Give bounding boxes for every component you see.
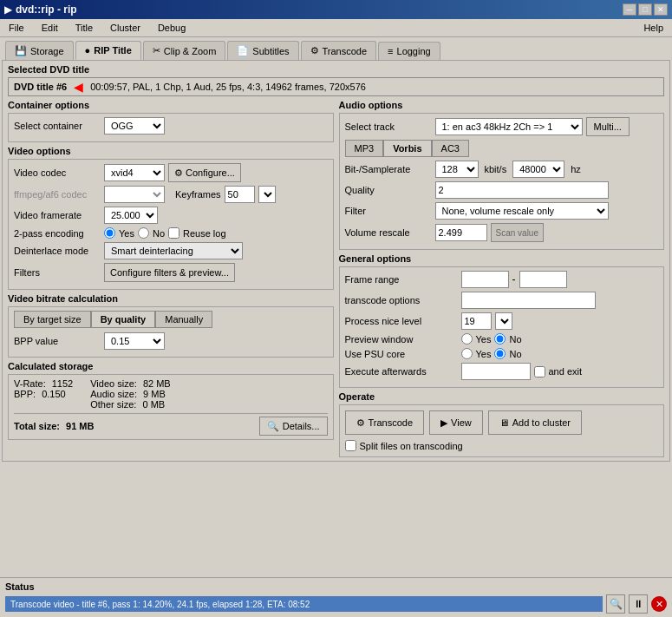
keyframes-input[interactable] bbox=[225, 186, 255, 203]
quality-input[interactable] bbox=[435, 181, 609, 199]
container-select-row: Select container OGG AVI MKV MP4 bbox=[14, 117, 328, 135]
execute-afterwards-input[interactable] bbox=[461, 363, 531, 380]
ffmpeg-codec-select[interactable] bbox=[104, 186, 165, 203]
framerate-row: Video framerate 25.000 23.976 24.000 bbox=[14, 207, 328, 224]
framerate-select[interactable]: 25.000 23.976 24.000 bbox=[104, 207, 158, 224]
pause-button[interactable]: ⏸ bbox=[629, 594, 648, 614]
video-size-value: 82 MB bbox=[143, 378, 171, 389]
deinterlace-select[interactable]: Smart deinterlacing None Linear blend bbox=[104, 242, 243, 259]
configure-label: Configure... bbox=[186, 167, 235, 178]
reuse-log-checkbox[interactable] bbox=[168, 227, 179, 239]
split-files-checkbox[interactable] bbox=[345, 440, 356, 451]
vrate-label: V-Rate: bbox=[14, 378, 46, 389]
preview-no-radio[interactable] bbox=[494, 333, 506, 345]
keyframes-select[interactable] bbox=[258, 186, 276, 203]
preview-window-label: Preview window bbox=[345, 334, 458, 345]
rip-icon: ● bbox=[85, 45, 91, 56]
tab-logging[interactable]: ≡ Logging bbox=[378, 42, 440, 60]
other-size-value: 0 MB bbox=[142, 399, 165, 410]
menubar: File Edit Title Cluster Debug Help bbox=[0, 19, 672, 37]
preview-window-row: Preview window Yes No bbox=[345, 333, 659, 345]
audio-codec-tabs: MP3 Vorbis AC3 bbox=[345, 140, 659, 157]
transcode-options-input[interactable] bbox=[461, 292, 596, 309]
bitrate-tab-quality[interactable]: By quality bbox=[91, 311, 156, 328]
bitrate-select[interactable]: 128 192 256 bbox=[435, 161, 479, 178]
title-bar-left: ▶ dvd::rip - rip bbox=[4, 3, 77, 16]
configure-filters-button[interactable]: Configure filters & preview... bbox=[104, 263, 235, 282]
two-pass-yes-radio[interactable] bbox=[104, 227, 115, 239]
general-options-heading: General options bbox=[339, 253, 665, 264]
volume-rescale-label: Volume rescale bbox=[345, 227, 432, 238]
scan-value-button[interactable]: Scan value bbox=[491, 223, 544, 242]
tabs-bar: 💾 Storage ● RIP Title ✂ Clip & Zoom 📄 Su… bbox=[0, 37, 672, 60]
operate-buttons: ⚙ Transcode ▶ View 🖥 Add to cluster bbox=[345, 410, 659, 435]
add-to-cluster-button[interactable]: 🖥 Add to cluster bbox=[488, 410, 582, 435]
tab-clip-zoom[interactable]: ✂ Clip & Zoom bbox=[143, 41, 226, 60]
multi-button[interactable]: Multi... bbox=[586, 117, 630, 136]
menu-cluster[interactable]: Cluster bbox=[105, 21, 146, 35]
dvd-title-info: 00:09:57, PAL, 1 Chp, 1 Aud, 25 fps, 4:3… bbox=[90, 82, 366, 92]
and-exit-checkbox[interactable] bbox=[534, 366, 545, 377]
psu-no-radio[interactable] bbox=[494, 348, 506, 359]
audio-track-select[interactable]: 1: en ac3 48kHz 2Ch => 1 bbox=[435, 118, 583, 135]
psu-radio-group: Yes No bbox=[461, 348, 522, 359]
bpp-select[interactable]: 0.15 0.20 0.25 bbox=[104, 332, 165, 350]
clip-icon: ✂ bbox=[153, 45, 160, 56]
minimize-button[interactable]: ─ bbox=[623, 3, 636, 16]
zoom-button[interactable]: 🔍 bbox=[606, 594, 625, 614]
audio-tab-ac3[interactable]: AC3 bbox=[432, 140, 469, 157]
menu-debug[interactable]: Debug bbox=[153, 21, 191, 35]
maximize-button[interactable]: □ bbox=[638, 3, 652, 16]
status-progress-text: Transcode video - title #6, pass 1: 14.2… bbox=[10, 600, 310, 609]
tab-rip-label: RIP Title bbox=[94, 45, 132, 56]
bpp-row: BPP value 0.15 0.20 0.25 bbox=[14, 332, 328, 350]
process-nice-level-input[interactable] bbox=[461, 312, 492, 330]
transcode-options-label: transcode options bbox=[345, 295, 458, 305]
process-nice-level-select[interactable] bbox=[495, 312, 512, 330]
menu-help[interactable]: Help bbox=[638, 21, 669, 35]
volume-rescale-input[interactable] bbox=[435, 224, 487, 241]
calculated-storage-heading: Calculated storage bbox=[8, 361, 334, 371]
menu-edit[interactable]: Edit bbox=[36, 21, 63, 35]
bitrate-tab-manually[interactable]: Manually bbox=[155, 311, 212, 328]
preview-yes-radio[interactable] bbox=[461, 333, 473, 345]
tab-rip-title[interactable]: ● RIP Title bbox=[75, 41, 141, 60]
deinterlace-label: Deinterlace mode bbox=[14, 246, 101, 256]
app-icon: ▶ bbox=[4, 3, 12, 16]
audio-size-row: Audio size: 9 MB bbox=[90, 389, 170, 399]
menu-title[interactable]: Title bbox=[70, 21, 98, 35]
frame-range-to-input[interactable] bbox=[519, 271, 567, 288]
samplerate-unit: hz bbox=[571, 164, 581, 174]
add-to-cluster-label: Add to cluster bbox=[512, 417, 571, 428]
container-select[interactable]: OGG AVI MKV MP4 bbox=[104, 117, 165, 135]
tab-storage[interactable]: 💾 Storage bbox=[5, 41, 74, 60]
status-row: Transcode video - title #6, pass 1: 14.2… bbox=[5, 594, 667, 614]
bpp-calc-value: 0.150 bbox=[42, 389, 66, 399]
volume-rescale-row: Volume rescale Scan value bbox=[345, 223, 659, 242]
audio-tab-mp3[interactable]: MP3 bbox=[345, 140, 384, 157]
audio-filter-select[interactable]: None, volume rescale only None Volume re… bbox=[435, 202, 609, 220]
stop-button[interactable]: ✕ bbox=[651, 596, 667, 612]
audio-tab-vorbis[interactable]: Vorbis bbox=[383, 140, 431, 157]
tab-transcode[interactable]: ⚙ Transcode bbox=[301, 41, 377, 60]
menu-file[interactable]: File bbox=[3, 21, 29, 35]
frame-range-from-input[interactable] bbox=[461, 271, 509, 288]
execute-afterwards-row: Execute afterwards and exit bbox=[345, 363, 659, 380]
view-button[interactable]: ▶ View bbox=[429, 410, 483, 435]
tab-subtitles[interactable]: 📄 Subtitles bbox=[227, 41, 298, 60]
container-label: Select container bbox=[14, 121, 101, 131]
configure-button[interactable]: ⚙ Configure... bbox=[168, 163, 241, 182]
filters-label: Filters bbox=[14, 267, 101, 278]
two-pass-row: 2-pass encoding Yes No Reuse log bbox=[14, 227, 328, 239]
add-cluster-icon: 🖥 bbox=[499, 417, 509, 428]
video-codec-select[interactable]: xvid4 x264 xvid bbox=[104, 164, 165, 181]
psu-yes-radio[interactable] bbox=[461, 348, 473, 359]
close-button[interactable]: ✕ bbox=[654, 3, 668, 16]
two-pass-no-radio[interactable] bbox=[138, 227, 149, 239]
samplerate-select[interactable]: 48000 44100 bbox=[512, 161, 564, 178]
bitrate-tab-target-size[interactable]: By target size bbox=[14, 311, 91, 328]
status-heading: Status bbox=[5, 581, 667, 592]
details-button[interactable]: 🔍 Details... bbox=[259, 417, 328, 436]
transcode-button[interactable]: ⚙ Transcode bbox=[345, 410, 425, 435]
bpp-calc-label: BPP: bbox=[14, 389, 36, 399]
